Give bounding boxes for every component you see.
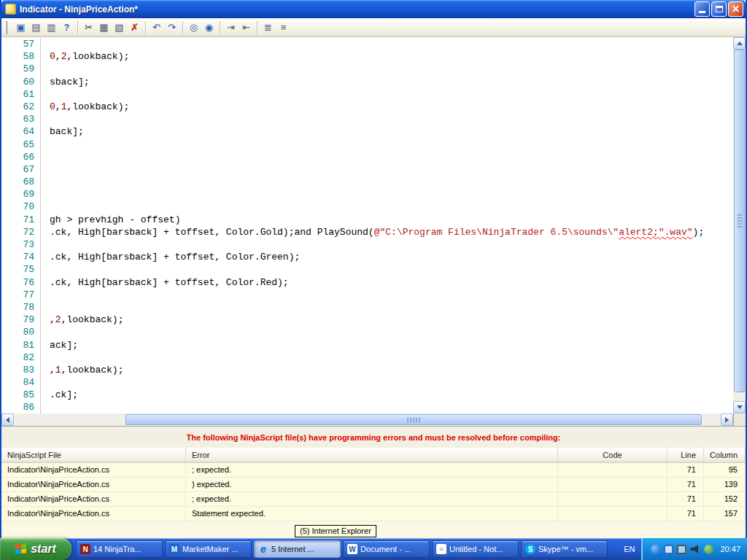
taskbar-button-label: 5 Internet ... xyxy=(271,545,314,553)
horizontal-scroll-thumb[interactable] xyxy=(125,414,702,425)
taskbar-button[interactable]: SSkype™ - vm... xyxy=(521,540,608,558)
code-line[interactable]: 68 xyxy=(1,176,733,188)
column-header-error[interactable]: Error xyxy=(186,448,558,462)
start-button[interactable]: start xyxy=(0,538,71,560)
taskbar-button[interactable]: N14 NinjaTra... xyxy=(76,540,163,558)
code-line[interactable]: 71gh > prevhigh - offset) xyxy=(1,214,733,226)
code-line[interactable]: 57 xyxy=(1,38,733,50)
column-header-code[interactable]: Code xyxy=(558,448,667,462)
error-cell: Indicator\NinjaPriceAction.cs xyxy=(1,507,186,521)
error-row[interactable]: Indicator\NinjaPriceAction.csStatement e… xyxy=(1,507,746,521)
code-line[interactable]: 65 xyxy=(1,139,733,151)
code-line[interactable]: 75 xyxy=(1,263,733,276)
error-cell: Statement expected. xyxy=(186,507,558,521)
toolbar-separator xyxy=(257,21,258,34)
error-cell: ; expected. xyxy=(186,492,558,506)
find-icon[interactable]: ◎ xyxy=(186,20,201,35)
code-line[interactable]: 59 xyxy=(1,63,733,75)
display-icon[interactable] xyxy=(677,545,686,554)
code-line[interactable]: 86 xyxy=(1,401,733,413)
column-header-line[interactable]: Line xyxy=(667,448,704,462)
vertical-scroll-thumb[interactable] xyxy=(734,50,745,392)
uncomment-icon[interactable]: ≡ xyxy=(276,20,291,35)
close-button[interactable] xyxy=(728,1,743,17)
cut-icon[interactable]: ✂ xyxy=(81,20,96,35)
code-line[interactable]: 61 xyxy=(1,88,733,101)
scroll-down-button[interactable] xyxy=(733,401,746,413)
scroll-left-button[interactable] xyxy=(1,413,14,426)
taskbar-button[interactable]: e5 Internet ... xyxy=(254,540,341,558)
error-row[interactable]: Indicator\NinjaPriceAction.cs) expected.… xyxy=(1,478,746,492)
error-cell: 139 xyxy=(704,478,746,491)
copy-icon[interactable]: ▦ xyxy=(96,20,112,35)
code-line[interactable]: 74.ck, High[barsback] + toffset, Color.G… xyxy=(1,251,733,263)
code-text xyxy=(41,63,50,75)
code-line[interactable]: 79,2,lookback); xyxy=(1,314,733,326)
code-line[interactable]: 70 xyxy=(1,201,733,213)
minimize-button[interactable] xyxy=(694,1,710,17)
vertical-scrollbar[interactable] xyxy=(733,37,746,413)
print-preview-icon[interactable]: ▥ xyxy=(44,20,59,35)
messenger-icon[interactable] xyxy=(651,545,660,554)
scroll-right-button[interactable] xyxy=(721,413,733,426)
code-line[interactable]: 69 xyxy=(1,188,733,201)
updates-icon[interactable] xyxy=(704,545,713,554)
code-line[interactable]: 72.ck, High[barsback] + toffset, Color.G… xyxy=(1,226,733,238)
redo-icon[interactable]: ↷ xyxy=(164,20,179,35)
code-line[interactable]: 80 xyxy=(1,326,733,338)
column-header-ninjascript-file[interactable]: NinjaScript File xyxy=(1,448,186,462)
code-line[interactable]: 67 xyxy=(1,163,733,176)
paste-icon[interactable]: ▧ xyxy=(112,20,127,35)
taskbar-button[interactable]: ≡Untitled - Not... xyxy=(432,540,519,558)
indent-icon[interactable]: ⇥ xyxy=(223,20,239,35)
maximize-button[interactable] xyxy=(711,1,727,17)
line-number: 83 xyxy=(1,364,41,376)
code-line[interactable]: 77 xyxy=(1,289,733,301)
title-bar[interactable]: Indicator - NinjaPriceAction* xyxy=(1,0,746,18)
toolbar-grip[interactable] xyxy=(6,21,8,34)
code-line[interactable]: 82 xyxy=(1,351,733,364)
code-line[interactable]: 85.ck]; xyxy=(1,389,733,401)
window-controls xyxy=(694,1,743,17)
language-indicator[interactable]: EN xyxy=(617,545,641,553)
code-line[interactable]: 580,2,lookback); xyxy=(1,50,733,63)
code-line[interactable]: 78 xyxy=(1,301,733,314)
code-line[interactable]: 73 xyxy=(1,238,733,251)
line-number: 63 xyxy=(1,113,41,125)
outdent-icon[interactable]: ⇤ xyxy=(239,20,254,35)
code-line[interactable]: 66 xyxy=(1,151,733,163)
print-icon[interactable]: ▤ xyxy=(28,20,44,35)
column-header-column[interactable]: Column xyxy=(704,448,746,462)
error-cell: 71 xyxy=(667,463,704,477)
code-editor[interactable]: 57580,2,lookback);5960sback];61620,1,loo… xyxy=(1,38,733,413)
find-next-icon[interactable]: ◉ xyxy=(201,20,217,35)
code-line[interactable]: 83,1,lookback); xyxy=(1,364,733,376)
code-line[interactable]: 64back]; xyxy=(1,125,733,138)
code-text xyxy=(41,113,50,125)
taskbar-button[interactable]: MMarketMaker ... xyxy=(165,540,252,558)
error-row[interactable]: Indicator\NinjaPriceAction.cs; expected.… xyxy=(1,492,746,507)
delete-icon[interactable]: ✗ xyxy=(127,20,142,35)
volume-icon[interactable] xyxy=(690,545,700,554)
code-line[interactable]: 81ack]; xyxy=(1,339,733,351)
save-icon[interactable]: ▣ xyxy=(13,20,28,35)
comment-icon[interactable]: ≣ xyxy=(260,20,276,35)
error-cell xyxy=(558,507,667,521)
code-line[interactable]: 84 xyxy=(1,376,733,389)
code-line[interactable]: 620,1,lookback); xyxy=(1,101,733,113)
error-cell: 157 xyxy=(704,507,746,521)
network-icon[interactable] xyxy=(664,545,673,554)
horizontal-scrollbar[interactable] xyxy=(1,413,746,426)
code-line[interactable]: 76.ck, High[barsback] + toffset, Color.R… xyxy=(1,276,733,289)
error-row[interactable]: Indicator\NinjaPriceAction.cs; expected.… xyxy=(1,463,746,478)
undo-icon[interactable]: ↶ xyxy=(149,20,164,35)
line-number: 72 xyxy=(1,226,41,238)
code-line[interactable]: 60sback]; xyxy=(1,76,733,88)
code-text xyxy=(41,163,50,176)
taskbar-button[interactable]: WDocument - ... xyxy=(343,540,430,558)
code-line[interactable]: 63 xyxy=(1,113,733,125)
scroll-up-button[interactable] xyxy=(733,37,746,50)
properties-icon[interactable]: ? xyxy=(59,20,74,35)
toolbar-icons: ▣▤▥?✂▦▧✗↶↷◎◉⇥⇤≣≡ xyxy=(13,20,291,35)
ie-icon: e xyxy=(258,544,268,554)
